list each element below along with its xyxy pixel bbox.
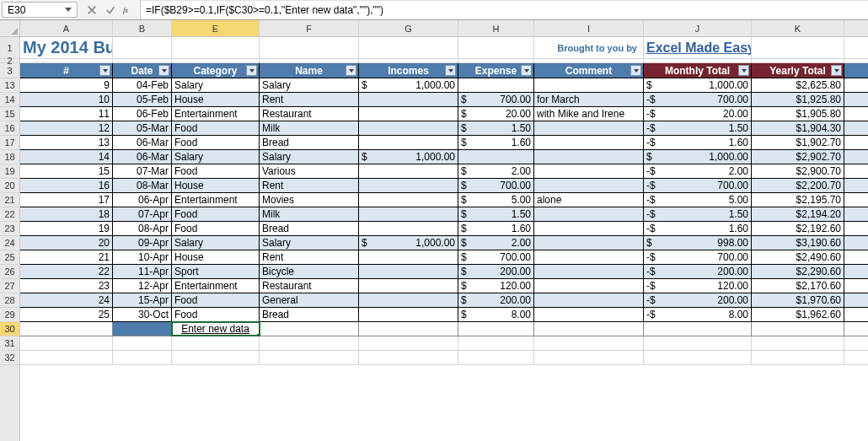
row-header[interactable]: 14 (0, 93, 19, 107)
filter-dropdown-icon[interactable] (445, 65, 456, 76)
cell[interactable] (172, 351, 260, 364)
cell[interactable]: $1.50 (458, 121, 534, 135)
cell[interactable] (359, 250, 458, 264)
cell[interactable] (752, 59, 844, 62)
cell[interactable] (113, 322, 172, 336)
cell[interactable]: -$1.60 (644, 136, 752, 149)
cell[interactable]: 06-Apr (113, 193, 172, 207)
cell[interactable]: Food (172, 121, 260, 135)
filter-dropdown-icon[interactable] (158, 65, 169, 76)
cell[interactable]: $8.00 (458, 308, 534, 321)
name-box[interactable]: E30 (2, 2, 78, 18)
cell[interactable] (534, 222, 644, 235)
formula-input[interactable]: =IF($B29>=0.1,IF($C30>=0.1,"Enter new da… (141, 0, 868, 19)
cell[interactable]: -$700.00 (644, 179, 752, 192)
cell[interactable] (458, 59, 534, 62)
cell[interactable]: $200.00 (458, 293, 534, 307)
row-header[interactable]: 27 (0, 279, 19, 293)
cell[interactable]: $1,970.60 (752, 293, 844, 307)
cell[interactable]: -$1.50 (644, 121, 752, 135)
cell[interactable]: 15 (20, 164, 113, 178)
row-header[interactable]: 17 (0, 136, 19, 150)
cell[interactable]: -$700.00 (644, 93, 752, 106)
cell[interactable]: 20 (20, 236, 113, 250)
cell[interactable] (359, 222, 458, 235)
row-header[interactable]: 13 (0, 78, 19, 93)
cell[interactable]: $120.00 (458, 279, 534, 293)
cell[interactable]: $2,194.20 (752, 207, 844, 221)
cell[interactable]: 16 (20, 179, 113, 192)
cell[interactable] (458, 37, 534, 58)
cell[interactable]: 18 (20, 207, 113, 221)
cell[interactable] (359, 179, 458, 192)
cell[interactable]: Food (172, 164, 260, 178)
cell[interactable]: 05-Mar (113, 121, 172, 135)
cell[interactable] (534, 59, 644, 62)
row-header[interactable]: 18 (0, 150, 19, 164)
cell[interactable] (172, 37, 260, 58)
cell[interactable]: alone (534, 193, 644, 207)
cell[interactable] (359, 336, 458, 350)
cell[interactable]: -$2.00 (644, 164, 752, 178)
fx-icon[interactable]: fx (123, 4, 135, 16)
column-header[interactable]: I (534, 20, 644, 36)
cell[interactable]: Salary (172, 78, 260, 92)
cell[interactable] (359, 164, 458, 178)
cell[interactable]: 10 (20, 93, 113, 106)
cell[interactable]: 11-Apr (113, 265, 172, 278)
cell[interactable]: $2.00 (458, 164, 534, 178)
cell[interactable] (534, 179, 644, 192)
cell[interactable] (260, 37, 359, 58)
cell[interactable] (534, 236, 644, 250)
col-category[interactable]: Category (172, 63, 260, 78)
column-header[interactable]: B (113, 20, 172, 36)
active-cell[interactable]: Enter new data (172, 322, 260, 336)
cell[interactable]: Food (172, 222, 260, 235)
cell[interactable]: $2,290.60 (752, 265, 844, 278)
cell[interactable]: $2,195.70 (752, 193, 844, 207)
cell[interactable]: Excel Made Easy (644, 37, 752, 58)
cell[interactable]: Restaurant (260, 107, 359, 121)
cell[interactable] (534, 322, 644, 336)
cell[interactable]: Entertainment (172, 107, 260, 121)
row-header[interactable]: 21 (0, 193, 19, 207)
column-header[interactable]: A (20, 20, 113, 36)
cell[interactable]: $998.00 (644, 236, 752, 250)
col-expense[interactable]: Expense (458, 63, 534, 78)
cell[interactable]: $1.60 (458, 222, 534, 235)
column-header[interactable]: E (172, 20, 260, 36)
row-header[interactable]: 28 (0, 293, 19, 308)
cell[interactable]: $2.00 (458, 236, 534, 250)
cell[interactable]: 07-Mar (113, 164, 172, 178)
cell[interactable]: for March (534, 93, 644, 106)
cell[interactable]: $3,190.60 (752, 236, 844, 250)
row-header[interactable]: 29 (0, 308, 19, 322)
row-header[interactable]: 24 (0, 236, 19, 250)
cell[interactable]: $1,925.80 (752, 93, 844, 106)
cell[interactable]: 04-Feb (113, 78, 172, 92)
cell[interactable]: -$120.00 (644, 279, 752, 293)
filter-dropdown-icon[interactable] (630, 65, 641, 76)
cell[interactable] (458, 78, 534, 92)
cell[interactable]: $1,904.30 (752, 121, 844, 135)
cell[interactable]: 25 (20, 308, 113, 321)
cell[interactable]: $2,490.60 (752, 250, 844, 264)
filter-dropdown-icon[interactable] (246, 65, 257, 76)
cell[interactable]: 21 (20, 250, 113, 264)
cell[interactable]: Restaurant (260, 279, 359, 293)
cell[interactable]: 22 (20, 265, 113, 278)
cell[interactable] (20, 59, 113, 62)
column-header[interactable]: J (644, 20, 752, 36)
cell[interactable] (359, 107, 458, 121)
cell[interactable]: Bicycle (260, 265, 359, 278)
cell[interactable]: 12-Apr (113, 279, 172, 293)
row-header[interactable]: 31 (0, 336, 19, 351)
cell[interactable] (644, 351, 752, 364)
cell[interactable]: Salary (172, 236, 260, 250)
cell[interactable]: -$1.60 (644, 222, 752, 235)
cell[interactable]: Salary (172, 150, 260, 164)
cell[interactable]: $1,000.00 (359, 236, 458, 250)
name-box-dropdown-icon[interactable] (65, 8, 72, 12)
cell[interactable]: 30-Oct (113, 308, 172, 321)
excel-made-easy-link[interactable]: Excel Made Easy (646, 40, 752, 56)
